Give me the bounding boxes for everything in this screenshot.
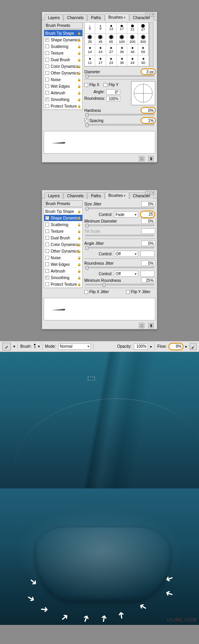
brush-tip-11[interactable]: ✦11: [85, 55, 95, 66]
angle-field[interactable]: 0°: [106, 89, 120, 95]
brush-option-color-dynamics[interactable]: Color Dynamics🔒: [44, 63, 82, 70]
size-jitter-slider[interactable]: [85, 207, 155, 209]
opacity-arrow-icon[interactable]: ▸: [150, 344, 152, 349]
spacing-field[interactable]: 1%: [141, 118, 155, 123]
tab-channels[interactable]: Channels: [64, 192, 87, 199]
brush-option-smoothing[interactable]: Smoothing🔒: [44, 96, 82, 103]
minimize-icon[interactable]: –: [145, 191, 150, 195]
brush-tip-300[interactable]: 300: [138, 34, 149, 44]
diameter-field[interactable]: 3 px: [141, 69, 155, 74]
brush-tip-17[interactable]: ✦17: [95, 55, 106, 66]
checkbox-icon[interactable]: [45, 223, 49, 226]
checkbox-icon[interactable]: [45, 51, 49, 55]
brush-option-color-dynamics[interactable]: Color Dynamics🔒: [44, 241, 82, 248]
brush-option-protect-texture[interactable]: Protect Texture🔒: [44, 281, 82, 288]
flip-y-checkbox[interactable]: Flip Y: [103, 83, 118, 87]
size-control-dropdown[interactable]: Fade: [114, 211, 138, 218]
brush-tip-200[interactable]: 200: [127, 34, 138, 44]
mode-dropdown[interactable]: Normal: [58, 343, 91, 350]
spacing-checkbox[interactable]: Spacing: [84, 119, 103, 123]
min-roundness-slider[interactable]: [85, 284, 155, 285]
brush-option-dual-brush[interactable]: Dual Brush🔒: [44, 235, 82, 241]
brush-preset-picker[interactable]: 5: [34, 344, 36, 349]
brush-tip-36[interactable]: ✦36: [117, 55, 127, 66]
checkbox-icon[interactable]: [45, 84, 49, 88]
checkbox-icon[interactable]: [45, 216, 49, 220]
min-diameter-field[interactable]: 0%: [141, 218, 155, 224]
brush-option-protect-texture[interactable]: Protect Texture🔒: [44, 103, 82, 110]
flow-field[interactable]: 8%: [169, 343, 183, 350]
brush-option-wet-edges[interactable]: Wet Edges🔒: [44, 83, 82, 90]
angle-control-dropdown[interactable]: Off: [114, 251, 138, 257]
checkbox-icon[interactable]: [45, 256, 49, 260]
brush-option-dual-brush[interactable]: Dual Brush🔒: [44, 57, 82, 63]
trash-icon[interactable]: 🗑: [148, 156, 154, 161]
brush-option-airbrush[interactable]: Airbrush🔒: [44, 90, 82, 96]
checkbox-icon[interactable]: [45, 282, 49, 286]
brush-option-smoothing[interactable]: Smoothing🔒: [44, 274, 82, 281]
opacity-field[interactable]: 100%: [134, 343, 148, 350]
new-preset-icon[interactable]: ◫: [139, 323, 144, 328]
canvas-area-splash[interactable]: ➜ ➜ ➜ ➜ ➜ ➜ ➜ ➜ ➜ ➜ ULINE.COM: [0, 488, 199, 625]
brush-option-airbrush[interactable]: Airbrush🔒: [44, 268, 82, 274]
brush-tip-5[interactable]: 5: [85, 23, 95, 34]
brush-option-shape-dynamics[interactable]: Shape Dynamics🔒: [44, 37, 82, 43]
brush-option-brush-tip-shape[interactable]: Brush Tip Shape🔒: [44, 208, 82, 215]
fade-steps-field[interactable]: 25: [140, 211, 155, 218]
checkbox-icon[interactable]: [45, 71, 49, 75]
brush-tip-17[interactable]: 17: [117, 23, 127, 34]
checkbox-icon[interactable]: [45, 249, 49, 253]
tab-layers[interactable]: Layers: [44, 192, 63, 199]
brush-presets-header[interactable]: Brush Presets: [44, 200, 83, 207]
minimize-icon[interactable]: –: [145, 13, 150, 17]
checkbox-icon[interactable]: [45, 78, 49, 81]
brush-tip-65[interactable]: 65: [106, 34, 117, 44]
checkbox-icon[interactable]: [45, 64, 49, 68]
brush-tip-46[interactable]: ✦46: [127, 44, 138, 55]
checkbox-icon[interactable]: [45, 236, 49, 240]
close-icon[interactable]: ×: [151, 13, 155, 17]
brush-tip-60[interactable]: ✦60: [138, 55, 149, 66]
new-preset-icon[interactable]: ◫: [139, 156, 144, 161]
roundness-field[interactable]: 100%: [106, 96, 120, 101]
tab-paths[interactable]: Paths: [87, 14, 105, 21]
min-diameter-slider[interactable]: [85, 225, 155, 226]
brush-option-noise[interactable]: Noise🔒: [44, 76, 82, 83]
min-roundness-field[interactable]: 25%: [141, 278, 155, 283]
brush-tip-27[interactable]: 27: [138, 23, 149, 34]
tab-brushes[interactable]: Brushes×: [105, 14, 129, 21]
checkbox-icon[interactable]: [45, 242, 49, 246]
brush-tip-grid[interactable]: 5913172127354565100200300✦14✦24✦27✦39✦46…: [84, 22, 149, 67]
flow-arrow-icon[interactable]: ▸: [185, 344, 187, 349]
brush-tip-59[interactable]: ✦59: [138, 44, 149, 55]
checkbox-icon[interactable]: [45, 38, 49, 42]
brush-tip-14[interactable]: ✦14: [85, 44, 95, 55]
checkbox-icon[interactable]: [45, 276, 49, 280]
brush-tip-45[interactable]: 45: [95, 34, 106, 44]
brush-option-texture[interactable]: Texture🔒: [44, 50, 82, 57]
tab-channels[interactable]: Channels: [64, 14, 87, 21]
brush-option-brush-tip-shape[interactable]: Brush Tip Shape🔒: [44, 30, 82, 37]
brush-tip-27[interactable]: ✦27: [106, 44, 117, 55]
roundness-jitter-slider[interactable]: [85, 267, 155, 268]
close-icon[interactable]: ×: [151, 191, 155, 195]
brush-tip-9[interactable]: 9: [95, 23, 106, 34]
brush-option-other-dynamics[interactable]: Other Dynamics🔒: [44, 70, 82, 76]
roundness-jitter-field[interactable]: 0%: [141, 260, 155, 266]
brush-tip-100[interactable]: 100: [117, 34, 127, 44]
hardness-slider[interactable]: [85, 114, 155, 115]
brush-option-other-dynamics[interactable]: Other Dynamics🔒: [44, 248, 82, 255]
checkbox-icon[interactable]: [45, 58, 49, 62]
tab-brushes[interactable]: Brushes×: [105, 192, 129, 199]
checkbox-icon[interactable]: [45, 269, 49, 273]
flip-x-checkbox[interactable]: Flip X: [84, 83, 100, 87]
checkbox-icon[interactable]: [45, 44, 49, 48]
brush-option-wet-edges[interactable]: Wet Edges🔒: [44, 261, 82, 268]
flip-x-jitter-checkbox[interactable]: Flip X Jitter: [84, 290, 109, 294]
brush-tip-44[interactable]: ✦44: [127, 55, 138, 66]
checkbox-icon[interactable]: [45, 97, 49, 101]
angle-jitter-slider[interactable]: [85, 247, 155, 248]
canvas-area-wave[interactable]: [0, 352, 199, 488]
tab-layers[interactable]: Layers: [44, 14, 63, 21]
angle-jitter-field[interactable]: 0%: [141, 241, 155, 246]
